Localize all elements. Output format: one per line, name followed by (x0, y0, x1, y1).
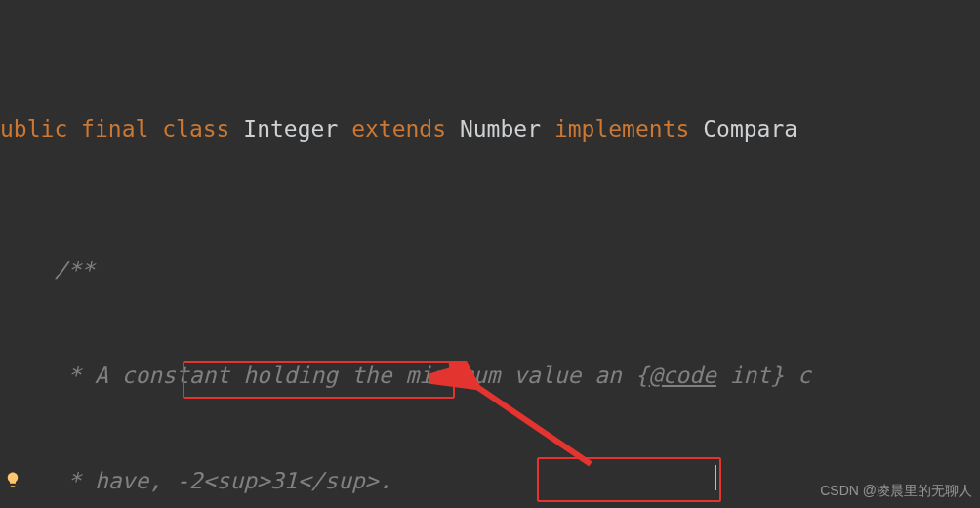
javadoc-line: * have, -2<sup>31</sup>. (0, 463, 980, 498)
javadoc-open: /** (0, 252, 980, 287)
keyword-extends: extends (351, 116, 446, 142)
keyword-public: ublic (0, 116, 67, 142)
keyword-class: class (162, 116, 229, 142)
code-line: ublic final class Integer extends Number… (0, 111, 980, 147)
classname-comparable: Compara (703, 116, 797, 142)
javadoc-line: * A constant holding the minimum value a… (0, 358, 980, 393)
classname-integer: Integer (243, 116, 338, 142)
keyword-implements: implements (554, 116, 689, 142)
text-caret (715, 465, 716, 490)
classname-number: Number (460, 116, 541, 142)
keyword-final: final (81, 116, 148, 142)
code-editor[interactable]: ublic final class Integer extends Number… (0, 0, 980, 508)
svg-line-0 (469, 381, 591, 464)
javadoc-tag-code: @code (649, 362, 716, 388)
intention-bulb-icon[interactable] (4, 471, 21, 488)
